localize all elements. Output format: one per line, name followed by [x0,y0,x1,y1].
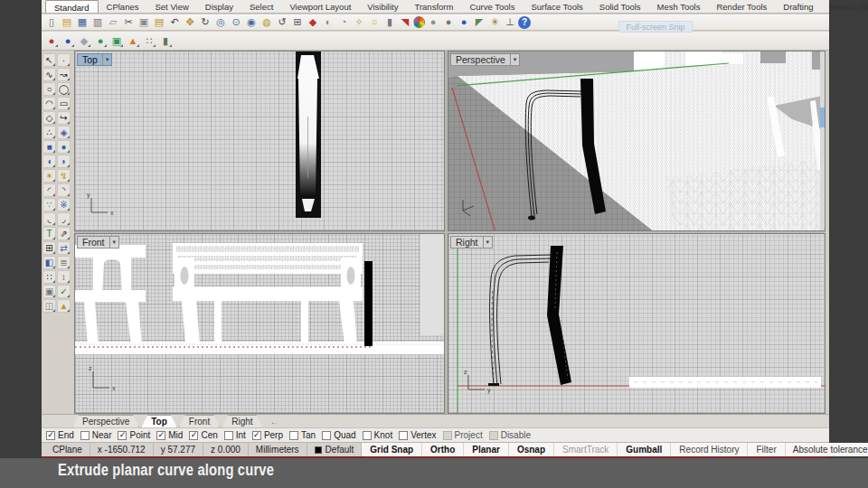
select-control-points-icon[interactable]: ∷ [142,34,156,48]
menu-tab-new-in-v5[interactable]: New in V5 [822,0,868,13]
osnap-end-checkbox[interactable]: ✓ [46,431,55,440]
osnap-int-checkbox[interactable] [224,431,233,440]
osnap-point[interactable]: ✓Point [118,430,150,440]
viewport-tab-scroll-left-icon[interactable]: ← [265,417,285,427]
render-blue-sphere-icon[interactable]: ● [61,34,75,48]
curve-boolean-icon[interactable]: ↯ [57,169,71,183]
explode-icon[interactable]: ✶ [42,169,56,183]
menu-tab-standard[interactable]: Standard [45,0,99,13]
viewport-menu-arrow-icon[interactable]: ▾ [483,237,493,248]
mesh-tools-icon[interactable]: ※ [57,198,71,211]
curve-freeform-icon[interactable]: ∿ [42,68,56,81]
render-red-sphere-icon[interactable]: ● [44,34,59,48]
color-wheel-icon[interactable] [413,16,425,28]
curve-control-points-icon[interactable]: ↝ [57,68,71,81]
osnap-knot[interactable]: Knot [363,430,393,440]
osnap-vertex[interactable]: Vertex [399,430,436,440]
menu-tab-drafting[interactable]: Drafting [775,0,821,13]
osnap-near[interactable]: Near [80,430,112,440]
units-indicator[interactable]: Millimeters [249,443,307,456]
viewport-tab-top[interactable]: Top [141,415,177,427]
menu-tab-transform[interactable]: Transform [406,0,461,13]
status-toggle-planar[interactable]: Planar [464,443,509,456]
viewport-tab-perspective[interactable]: Perspective [72,415,139,427]
paste-icon[interactable]: ▤ [152,15,166,29]
chamfer-corner-icon[interactable]: ◝ [57,183,71,197]
cut-icon[interactable]: ✂ [121,15,136,29]
zoom-dynamic-icon[interactable]: ◎ [213,15,228,29]
solid-box-icon[interactable]: ■ [42,140,56,154]
gem-material-icon[interactable]: ◆ [77,34,91,48]
current-layer[interactable]: Default [307,443,363,456]
ellipse-icon[interactable]: ◯ [57,82,71,96]
osnap-near-checkbox[interactable] [80,431,90,440]
ghosted-display-icon[interactable]: ◐ [321,15,335,29]
osnap-quad-checkbox[interactable] [322,431,331,440]
status-toggle-osnap[interactable]: Osnap [509,443,554,456]
undo-view-change-icon[interactable]: ↺ [275,15,289,29]
shaded-viewport-icon[interactable]: ● [426,15,440,29]
curve-helix-icon[interactable]: ↪ [57,111,71,125]
menu-tab-curve-tools[interactable]: Curve Tools [461,0,523,13]
print-icon[interactable]: ▥ [90,15,105,29]
adjust-blend-icon[interactable]: ◞ [57,212,71,226]
viewport-menu-arrow-icon[interactable]: ▾ [510,54,520,65]
osnap-tan[interactable]: Tan [289,430,316,440]
menu-tab-viewport-layout[interactable]: Viewport Layout [281,0,359,13]
polar-array-icon[interactable]: ∷ [42,270,56,284]
walkabout-icon[interactable]: ✧ [352,15,366,29]
osnap-cen[interactable]: ✓Cen [189,430,217,440]
dimension-icon[interactable]: ↕ [57,270,71,284]
status-toggle-ortho[interactable]: Ortho [422,443,464,456]
spotlight-cone-icon[interactable]: ▲ [126,34,140,48]
rectangular-array-icon[interactable]: ⊞ [42,241,56,255]
viewport-layout-icon[interactable]: ⊞ [290,15,305,29]
lock-objects-icon[interactable]: ▮ [382,15,397,29]
osnap-mid-checkbox[interactable]: ✓ [156,431,165,440]
save-file-icon[interactable]: ▦ [75,15,90,29]
status-toggle-smarttrack[interactable]: SmartTrack [554,443,618,456]
new-file-icon[interactable]: ▯ [44,15,59,29]
texture-box-icon[interactable]: ▣ [109,34,124,48]
osnap-perp-checkbox[interactable]: ✓ [252,431,261,440]
viewport-top[interactable]: y x Top ▾ [74,51,445,231]
undo-icon[interactable]: ↶ [167,15,182,29]
osnap-cen-checkbox[interactable]: ✓ [189,431,198,440]
arc-icon[interactable]: ◠ [42,97,56,110]
menu-tab-surface-tools[interactable]: Surface Tools [523,0,590,13]
duplicate-stack-icon[interactable]: ▣ [42,285,56,298]
single-point-icon[interactable]: ∙ [57,53,71,67]
layer-manager-icon[interactable]: ◥ [398,15,412,29]
rotate-view-icon[interactable]: ↻ [198,15,212,29]
menu-tab-render-tools[interactable]: Render Tools [708,0,775,13]
menu-tab-mesh-tools[interactable]: Mesh Tools [649,0,709,13]
menu-tab-select[interactable]: Select [241,0,281,13]
render-preview-icon[interactable]: ◆ [306,15,320,29]
mirror-object-icon[interactable]: ⇄ [57,241,71,255]
fillet-corner-icon[interactable]: ◜ [42,183,56,197]
pan-view-icon[interactable]: ✥ [183,15,197,29]
surface-from-points-icon[interactable]: ◈ [57,126,71,139]
osnap-int[interactable]: Int [224,430,246,440]
zoom-selected-icon[interactable]: ◉ [244,15,259,29]
point-cluster-icon[interactable]: ∵ [42,198,56,211]
extract-pyramid-icon[interactable]: ▲ [57,299,71,313]
status-toggle-gumball[interactable]: Gumball [618,443,671,456]
viewport-tab-right[interactable]: Right [222,415,262,427]
environment-sphere-icon[interactable]: ● [93,34,108,48]
help-icon[interactable]: ? [518,16,531,29]
viewport-tab-front[interactable]: Front [179,415,220,427]
selection-filter-icon[interactable]: ◤ [472,15,486,29]
open-file-icon[interactable]: ▤ [60,15,74,29]
status-toggle-filter[interactable]: Filter [748,443,785,456]
viewport-menu-arrow-icon[interactable]: ▾ [102,54,112,65]
blend-curve-icon[interactable]: ◟ [42,212,56,226]
copy-properties-icon[interactable]: ▱ [106,15,120,29]
select-pointer-icon[interactable]: ↖ [42,53,56,67]
rendered-viewport-icon[interactable]: ● [457,15,471,29]
osnap-mid[interactable]: ✓Mid [156,430,183,440]
menu-tab-cplanes[interactable]: CPlanes [99,0,147,13]
solid-sphere-icon[interactable]: ● [57,140,71,154]
surface-sweep-icon[interactable]: ◗ [57,155,71,168]
xray-viewport-icon[interactable]: ● [441,15,456,29]
